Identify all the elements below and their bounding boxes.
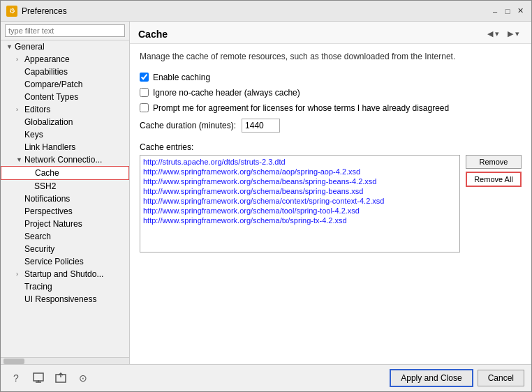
list-item[interactable]: http://www.springframework.org/schema/co…: [142, 196, 458, 206]
ignore-no-cache-row: Ignore no-cache header (always cache): [140, 88, 522, 98]
cache-label: Cache: [35, 168, 59, 178]
scrollbar-h-thumb: [3, 359, 24, 364]
appearance-label: Appearance: [24, 54, 70, 64]
title-bar: ⚙ Preferences – □ ✕: [1, 1, 531, 22]
capabilities-label: Capabilities: [24, 67, 68, 77]
export-button[interactable]: [52, 370, 69, 386]
sidebar-scroll[interactable]: ▼ General › Appearance Capabilities Comp…: [1, 40, 129, 357]
appearance-arrow: ›: [16, 56, 23, 63]
sidebar-item-search[interactable]: Search: [1, 230, 129, 243]
cancel-button[interactable]: Cancel: [478, 370, 524, 386]
cache-duration-row: Cache duration (minutes):: [140, 119, 522, 133]
editors-arrow: ›: [16, 106, 23, 113]
help-button[interactable]: ?: [8, 370, 24, 386]
preferences-icon: ⚙: [6, 6, 17, 17]
minimize-button[interactable]: –: [489, 6, 501, 17]
remove-all-button[interactable]: Remove All: [466, 172, 522, 187]
ignore-no-cache-label: Ignore no-cache header (always cache): [153, 88, 300, 98]
cache-duration-input[interactable]: [242, 119, 280, 133]
list-item[interactable]: http://www.springframework.org/schema/tx…: [142, 216, 458, 225]
project-natures-label: Project Natures: [24, 219, 82, 229]
title-bar-controls: – □ ✕: [489, 6, 526, 17]
bottom-bar: ? ⊙ Apply and Close Cancel: [1, 364, 531, 391]
startup-arrow: ›: [16, 271, 23, 278]
list-item[interactable]: http://www.springframework.org/schema/ao…: [142, 167, 458, 176]
filter-area: [1, 22, 129, 40]
enable-caching-label: Enable caching: [153, 73, 210, 82]
sidebar-scrollbar-h[interactable]: [1, 357, 129, 364]
cache-entries-label: Cache entries:: [140, 142, 522, 152]
cache-buttons: Remove Remove All: [466, 155, 522, 252]
enable-caching-checkbox[interactable]: [140, 73, 149, 82]
cache-entries-area: http://struts.apache.org/dtds/struts-2.3…: [140, 155, 522, 252]
circle-button[interactable]: ⊙: [75, 370, 91, 386]
remove-button[interactable]: Remove: [466, 155, 522, 169]
perspectives-label: Perspectives: [24, 206, 73, 216]
sidebar-item-security[interactable]: Security: [1, 243, 129, 255]
close-button[interactable]: ✕: [515, 6, 526, 17]
sidebar-item-ui-responsiveness[interactable]: UI Responsiveness: [1, 293, 129, 306]
link-handlers-label: Link Handlers: [24, 142, 75, 152]
panel-nav: ◀ ▾ ▶ ▾: [484, 27, 523, 40]
nav-back-button[interactable]: ◀ ▾: [484, 27, 503, 40]
cache-duration-label: Cache duration (minutes):: [140, 121, 236, 130]
sidebar-item-keys[interactable]: Keys: [1, 128, 129, 141]
service-policies-label: Service Policies: [24, 257, 84, 266]
apply-close-button[interactable]: Apply and Close: [390, 369, 473, 387]
preferences-dialog: ⚙ Preferences – □ ✕ ▼ General › App: [0, 0, 532, 392]
sidebar-item-tracing[interactable]: Tracing: [1, 280, 129, 293]
list-item[interactable]: http://www.springframework.org/schema/be…: [142, 176, 458, 186]
sidebar-item-editors[interactable]: › Editors: [1, 103, 129, 116]
list-item[interactable]: http://www.springframework.org/schema/to…: [142, 206, 458, 216]
compare-patch-label: Compare/Patch: [24, 80, 82, 89]
panel-body: Manage the cache of remote resources, su…: [130, 44, 531, 364]
main-panel: Cache ◀ ▾ ▶ ▾ Manage the cache of remote…: [130, 22, 531, 364]
ui-responsiveness-label: UI Responsiveness: [24, 294, 96, 304]
sidebar-item-general[interactable]: ▼ General: [1, 40, 129, 53]
export-icon: [55, 372, 66, 384]
ignore-no-cache-checkbox[interactable]: [140, 88, 149, 97]
sidebar-item-project-natures[interactable]: Project Natures: [1, 218, 129, 230]
sidebar-item-notifications[interactable]: Notifications: [1, 193, 129, 205]
sidebar-item-capabilities[interactable]: Capabilities: [1, 66, 129, 78]
title-bar-left: ⚙ Preferences: [6, 6, 67, 17]
ssh2-label: SSH2: [34, 181, 56, 191]
content-area: ▼ General › Appearance Capabilities Comp…: [1, 22, 531, 364]
import-button[interactable]: [30, 370, 47, 386]
sidebar-item-perspectives[interactable]: Perspectives: [1, 205, 129, 218]
nav-forward-button[interactable]: ▶ ▾: [504, 27, 523, 40]
sidebar-item-network-connections[interactable]: ▼ Network Connectio...: [1, 153, 129, 166]
sidebar-item-globalization[interactable]: Globalization: [1, 116, 129, 128]
sidebar-item-cache[interactable]: Cache: [1, 166, 129, 180]
keys-label: Keys: [24, 130, 43, 140]
import-icon: [33, 372, 44, 384]
cache-list[interactable]: http://struts.apache.org/dtds/struts-2.3…: [140, 155, 460, 252]
tracing-label: Tracing: [24, 282, 52, 292]
globalization-label: Globalization: [24, 117, 73, 127]
sidebar-item-link-handlers[interactable]: Link Handlers: [1, 141, 129, 153]
bottom-right: Apply and Close Cancel: [390, 369, 524, 387]
list-item[interactable]: http://www.springframework.org/schema/be…: [142, 186, 458, 196]
panel-header: Cache ◀ ▾ ▶ ▾: [130, 22, 531, 44]
list-item[interactable]: http://struts.apache.org/dtds/struts-2.3…: [142, 157, 458, 167]
bottom-left: ? ⊙: [8, 370, 91, 386]
sidebar-item-startup-shutdown[interactable]: › Startup and Shutdo...: [1, 268, 129, 280]
sidebar-item-appearance[interactable]: › Appearance: [1, 53, 129, 66]
prompt-agreement-checkbox[interactable]: [140, 103, 149, 112]
security-label: Security: [24, 244, 54, 254]
sidebar-item-compare-patch[interactable]: Compare/Patch: [1, 78, 129, 91]
search-label: Search: [24, 232, 51, 241]
filter-input[interactable]: [5, 24, 125, 37]
sidebar-item-ssh2[interactable]: SSH2: [1, 180, 129, 193]
maximize-button[interactable]: □: [502, 6, 513, 17]
sidebar-item-content-types[interactable]: Content Types: [1, 91, 129, 103]
editors-label: Editors: [24, 105, 50, 114]
startup-label: Startup and Shutdo...: [24, 269, 103, 279]
network-connections-label: Network Connectio...: [24, 155, 102, 165]
notifications-label: Notifications: [24, 194, 70, 204]
sidebar: ▼ General › Appearance Capabilities Comp…: [1, 22, 130, 364]
sidebar-item-service-policies[interactable]: Service Policies: [1, 255, 129, 268]
network-connections-arrow: ▼: [16, 156, 23, 163]
panel-title: Cache: [138, 29, 168, 40]
prompt-agreement-label: Prompt me for agreement for licenses for…: [153, 103, 449, 113]
